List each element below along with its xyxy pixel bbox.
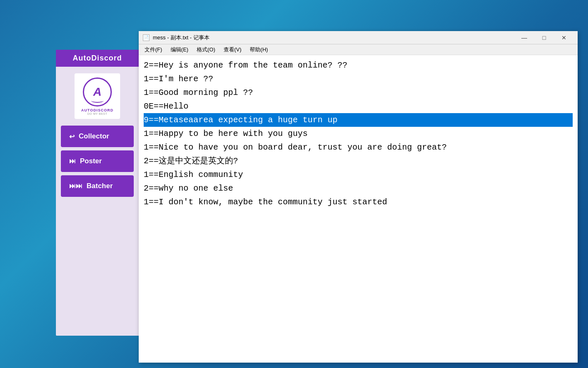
logo-brand: AUTODISCORD	[81, 108, 113, 112]
content-line: 0E==Hello	[144, 99, 573, 113]
content-line: 1==Nice to have you on board dear, trust…	[144, 140, 573, 154]
notepad-file-icon: 📄	[143, 34, 149, 41]
batcher-button[interactable]: ⏭⏭ Batcher	[61, 175, 134, 197]
logo-letter: A	[93, 85, 101, 99]
sidebar-title: AutoDiscord	[73, 54, 122, 62]
notepad-title: mess - 副本.txt - 记事本	[153, 34, 210, 41]
collector-label: Collector	[79, 132, 109, 140]
content-line: 1==Good morning ppl ??	[144, 86, 573, 99]
titlebar-controls: — □ ✕	[515, 31, 574, 44]
sidebar: AutoDiscord A AUTODISCORD DO MY BEST ↩ C…	[56, 50, 139, 336]
minimize-button[interactable]: —	[515, 31, 534, 44]
content-line: 1==Happy to be here with you guys	[144, 127, 573, 140]
collector-icon: ↩	[69, 133, 75, 140]
notepad-titlebar: 📄 mess - 副本.txt - 记事本 — □ ✕	[139, 31, 578, 44]
close-button[interactable]: ✕	[554, 31, 574, 44]
sidebar-header: AutoDiscord	[56, 50, 139, 67]
content-line: 1==I'm here ??	[144, 72, 573, 86]
batcher-label: Batcher	[87, 182, 113, 190]
logo-tagline: DO MY BEST	[87, 112, 107, 115]
logo-circle: A	[83, 77, 112, 107]
menu-view[interactable]: 查看(V)	[219, 45, 246, 54]
sidebar-logo: A AUTODISCORD DO MY BEST	[75, 73, 120, 119]
notepad-menubar: 文件(F) 编辑(E) 格式(O) 查看(V) 帮助(H)	[139, 44, 578, 55]
batcher-icon: ⏭⏭	[69, 182, 82, 190]
content-line: 2==why no one else	[144, 182, 573, 195]
titlebar-left: 📄 mess - 副本.txt - 记事本	[143, 34, 210, 41]
collector-button[interactable]: ↩ Collector	[61, 126, 134, 147]
content-line: 9==Metaseaarea expecting a huge turn up	[144, 113, 573, 127]
content-line: 1==I don't know, maybe the community jus…	[144, 195, 573, 209]
content-line: 2==Hey is anyone from the team online? ?…	[144, 58, 573, 72]
menu-format[interactable]: 格式(O)	[193, 45, 219, 54]
notepad-window: 📄 mess - 副本.txt - 记事本 — □ ✕ 文件(F) 编辑(E) …	[139, 31, 578, 363]
poster-icon: ⏭	[69, 157, 76, 165]
content-line: 1==English community	[144, 168, 573, 182]
maximize-button[interactable]: □	[535, 31, 554, 44]
menu-file[interactable]: 文件(F)	[140, 45, 166, 54]
notepad-content[interactable]: 2==Hey is anyone from the team online? ?…	[139, 55, 578, 363]
logo-curve	[91, 99, 104, 103]
content-line: 2==这是中文还是英文的?	[144, 154, 573, 168]
menu-edit[interactable]: 编辑(E)	[166, 45, 193, 54]
menu-help[interactable]: 帮助(H)	[246, 45, 272, 54]
poster-button[interactable]: ⏭ Poster	[61, 150, 134, 172]
poster-label: Poster	[80, 157, 102, 165]
